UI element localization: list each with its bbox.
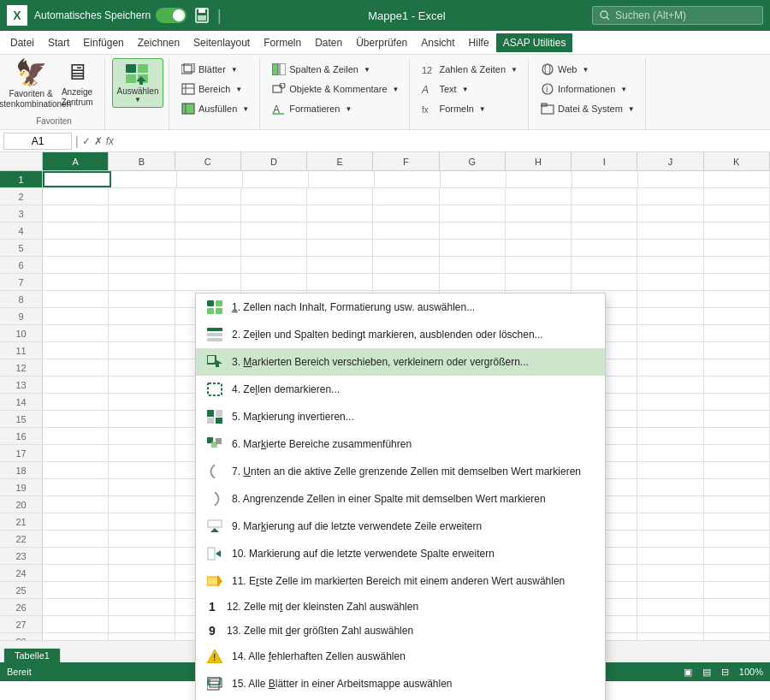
col-header-B[interactable]: B [109, 152, 175, 170]
col-header-I[interactable]: I [572, 152, 637, 170]
col-header-H[interactable]: H [506, 152, 572, 170]
row-num-14[interactable]: 14 [0, 394, 43, 410]
menu-daten[interactable]: Daten [308, 33, 349, 52]
cell-reference-input[interactable] [3, 133, 72, 150]
dropdown-item-9[interactable]: 9. Markierung auf die letzte verwendete … [196, 513, 605, 540]
cell-C1[interactable] [177, 171, 243, 187]
save-icon[interactable] [193, 7, 210, 24]
dropdown-item-10[interactable]: 10. Markierung auf die letzte verwendete… [196, 540, 605, 567]
row-num-20[interactable]: 20 [0, 496, 43, 513]
datei-system-button[interactable]: Datei & System ▼ [536, 99, 640, 118]
row-num-16[interactable]: 16 [0, 428, 43, 444]
row-num-9[interactable]: 9 [0, 308, 43, 324]
cell-H1[interactable] [506, 171, 572, 187]
col-header-D[interactable]: D [241, 152, 307, 170]
cell-F1[interactable] [375, 171, 441, 187]
row-num-21[interactable]: 21 [0, 513, 43, 530]
dropdown-item-11[interactable]: 11. Erste Zelle im markierten Bereich mi… [196, 567, 605, 595]
favoriten-button[interactable]: 🦅 Favoriten &Tastenkombinationen [9, 58, 53, 108]
dropdown-item-15[interactable]: 15. Alle Blätter in einer Arbeitsmappe a… [196, 670, 605, 697]
status-view-layout[interactable]: ▤ [702, 667, 711, 678]
row-num-3[interactable]: 3 [0, 205, 43, 222]
row-num-26[interactable]: 26 [0, 599, 43, 615]
search-box[interactable]: Suchen (Alt+M) [592, 6, 763, 25]
row-num-12[interactable]: 12 [0, 359, 43, 376]
row-num-24[interactable]: 24 [0, 565, 43, 581]
dropdown-item-13[interactable]: 9 13. Zelle mit der größten Zahl auswähl… [196, 619, 605, 643]
blaetter-button[interactable]: Blätter ▼ [176, 60, 254, 79]
info-button[interactable]: i Informationen ▼ [536, 80, 640, 98]
dropdown-item-1[interactable]: 1. Zellen nach Inhalt, Formatierung usw.… [196, 294, 605, 321]
cell-D1[interactable] [243, 171, 309, 187]
dropdown-item-6[interactable]: 6. Markierte Bereiche zusammenführen [196, 430, 605, 458]
text-ribbon-button[interactable]: A Text ▼ [417, 80, 523, 98]
row-num-15[interactable]: 15 [0, 411, 43, 427]
cell-E1[interactable] [309, 171, 375, 187]
menu-hilfe[interactable]: Hilfe [462, 33, 496, 52]
ausfuellen-button[interactable]: Ausfüllen ▼ [176, 99, 254, 118]
row-num-25[interactable]: 25 [0, 582, 43, 598]
col-header-J[interactable]: J [637, 152, 703, 170]
formula-input[interactable] [117, 135, 767, 147]
cell-G1[interactable] [441, 171, 506, 187]
cell-J1[interactable] [638, 171, 704, 187]
menu-ueberpruefen[interactable]: Überprüfen [349, 33, 414, 52]
dropdown-item-12[interactable]: 1 12. Zelle mit der kleinsten Zahl auswä… [196, 595, 605, 619]
cell-B1[interactable] [111, 171, 177, 187]
zahlen-button[interactable]: 12 Zahlen & Zeiten ▼ [417, 60, 523, 79]
menu-seitenlayout[interactable]: Seitenlayout [187, 33, 257, 52]
fx-icon[interactable]: fx [106, 135, 114, 147]
autosave-toggle[interactable] [156, 8, 187, 23]
dropdown-item-4[interactable]: 4. Zellen demarkieren... [196, 376, 605, 403]
cell-I1[interactable] [572, 171, 638, 187]
row-num-13[interactable]: 13 [0, 377, 43, 393]
col-header-G[interactable]: G [440, 152, 506, 170]
row-num-6[interactable]: 6 [0, 257, 43, 273]
menu-ansicht[interactable]: Ansicht [414, 33, 461, 52]
dropdown-item-8[interactable]: 8. Angrenzende Zellen in einer Spalte mi… [196, 485, 605, 513]
row-num-8[interactable]: 8 [0, 291, 43, 307]
col-header-K[interactable]: K [704, 152, 770, 170]
row-num-23[interactable]: 23 [0, 548, 43, 564]
col-header-A[interactable]: A [43, 152, 109, 170]
auswaehlen-button[interactable]: Auswählen ▼ [112, 58, 163, 108]
row-num-19[interactable]: 19 [0, 479, 43, 495]
anzeige-button[interactable]: 🖥 AnzeigeZentrum [55, 58, 99, 108]
cell-A1[interactable] [43, 171, 111, 187]
row-num-5[interactable]: 5 [0, 240, 43, 256]
menu-zeichnen[interactable]: Zeichnen [131, 33, 187, 52]
col-header-C[interactable]: C [175, 152, 241, 170]
row-num-11[interactable]: 11 [0, 342, 43, 359]
menu-formeln[interactable]: Formeln [257, 33, 308, 52]
row-num-1[interactable]: 1 [0, 171, 43, 187]
menu-einfuegen[interactable]: Einfügen [76, 33, 130, 52]
dropdown-item-5[interactable]: 5. Markierung invertieren... [196, 403, 605, 430]
checkmark-icon[interactable]: ✓ [82, 135, 91, 147]
dropdown-item-14[interactable]: ! 14. Alle fehlerhaften Zellen auswählen [196, 643, 605, 670]
row-num-17[interactable]: 17 [0, 445, 43, 461]
dropdown-item-2[interactable]: 2. Zeilen und Spalten bedingt markieren,… [196, 321, 605, 348]
col-header-E[interactable]: E [307, 152, 373, 170]
cross-icon[interactable]: ✗ [94, 135, 103, 147]
cell-K1[interactable] [704, 171, 770, 187]
row-num-10[interactable]: 10 [0, 325, 43, 341]
status-view-break[interactable]: ⊟ [721, 667, 729, 678]
col-header-F[interactable]: F [373, 152, 439, 170]
menu-datei[interactable]: Datei [3, 33, 41, 52]
row-num-2[interactable]: 2 [0, 188, 43, 205]
menu-start[interactable]: Start [41, 33, 76, 52]
row-num-18[interactable]: 18 [0, 462, 43, 478]
row-num-22[interactable]: 22 [0, 531, 43, 547]
menu-asap[interactable]: ASAP Utilities [496, 33, 573, 52]
row-num-4[interactable]: 4 [0, 222, 43, 239]
dropdown-item-7[interactable]: 7. Unten an die aktive Zelle grenzende Z… [196, 458, 605, 485]
spalten-button[interactable]: Spalten & Zeilen ▼ [267, 60, 404, 79]
row-num-27[interactable]: 27 [0, 616, 43, 632]
cell-A2[interactable] [43, 188, 109, 205]
bereich-button[interactable]: Bereich ▼ [176, 80, 254, 98]
sheet-tab-1[interactable]: Tabelle1 [3, 648, 61, 662]
status-view-normal[interactable]: ▣ [684, 667, 692, 678]
objekte-button[interactable]: Objekte & Kommentare ▼ [267, 80, 404, 98]
formeln-ribbon-button[interactable]: fx Formeln ▼ [417, 99, 523, 118]
dropdown-item-3[interactable]: 3. Markierten Bereich verschieben, verkl… [196, 348, 605, 376]
